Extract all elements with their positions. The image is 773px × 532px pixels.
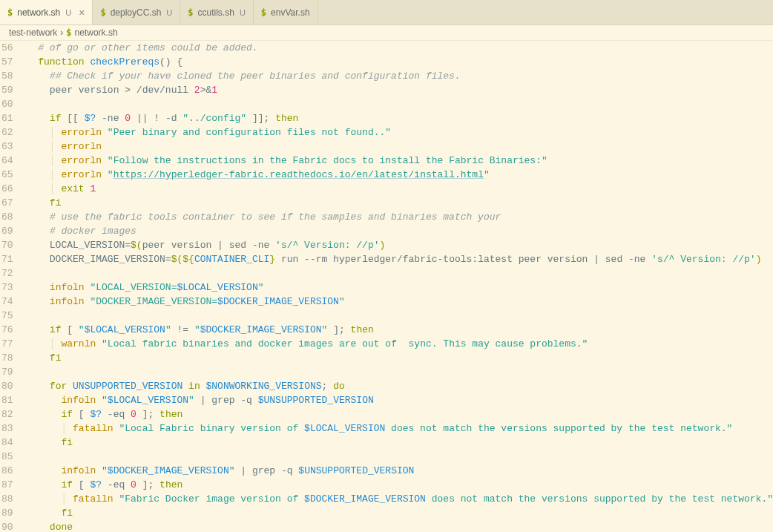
code-line[interactable] [27, 266, 773, 280]
code-line[interactable]: │ errorln "Follow the instructions in th… [27, 154, 773, 168]
line-number: 57 [0, 55, 13, 69]
code-line[interactable]: # of go or other items could be added. [27, 41, 773, 55]
code-content[interactable]: # of go or other items could be added. f… [27, 41, 773, 532]
code-line[interactable]: infoln "DOCKER_IMAGE_VERSION=$DOCKER_IMA… [27, 295, 773, 309]
line-number: 66 [0, 182, 13, 196]
line-number: 67 [0, 196, 13, 210]
editor[interactable]: 5657585960616263646566676869707172737475… [0, 41, 773, 532]
line-number: 79 [0, 365, 13, 379]
code-line[interactable] [27, 450, 773, 464]
code-line[interactable]: │ fatalln "Fabric Docker image version o… [27, 492, 773, 506]
tab-deploycc[interactable]: $ deployCC.sh U [93, 0, 180, 24]
line-number: 56 [0, 41, 13, 55]
code-line[interactable]: │ errorln "https://hyperledger-fabric.re… [27, 168, 773, 182]
line-number: 58 [0, 69, 13, 83]
line-number: 90 [0, 520, 13, 532]
code-line[interactable]: infoln "LOCAL_VERSION=$LOCAL_VERSION" [27, 280, 773, 295]
line-number: 72 [0, 266, 13, 280]
code-line[interactable]: │ errorln [27, 139, 773, 154]
code-line[interactable]: │ fatalln "Local Fabric binary version o… [27, 421, 773, 436]
tab-envvar[interactable]: $ envVar.sh [254, 0, 318, 24]
code-line[interactable]: ## Check if your have cloned the peer bi… [27, 69, 773, 83]
line-number: 70 [0, 238, 13, 252]
breadcrumb-file: network.sh [75, 27, 118, 38]
modified-indicator: U [240, 8, 246, 17]
line-number: 59 [0, 83, 13, 97]
line-number: 82 [0, 407, 13, 421]
line-number: 74 [0, 295, 13, 309]
code-line[interactable]: # docker images [27, 224, 773, 238]
line-number: 87 [0, 478, 13, 492]
code-line[interactable]: # use the fabric tools container to see … [27, 210, 773, 224]
line-number: 60 [0, 97, 13, 111]
line-number: 62 [0, 125, 13, 139]
line-number: 73 [0, 280, 13, 295]
shell-icon: $ [66, 27, 71, 38]
tab-ccutils[interactable]: $ ccutils.sh U [180, 0, 254, 24]
line-number: 85 [0, 450, 13, 464]
code-line[interactable]: fi [27, 196, 773, 210]
line-number: 88 [0, 492, 13, 506]
tab-bar: $ network.sh U × $ deployCC.sh U $ ccuti… [0, 0, 773, 25]
breadcrumb-sep: › [60, 27, 63, 38]
code-line[interactable]: │ errorln "Peer binary and configuration… [27, 125, 773, 139]
line-number: 77 [0, 337, 13, 351]
code-line[interactable]: if [[ $? -ne 0 || ! -d "../config" ]]; t… [27, 111, 773, 125]
tab-label: ccutils.sh [198, 7, 234, 18]
breadcrumb-folder: test-network [9, 27, 57, 38]
code-line[interactable]: peer version > /dev/null 2>&1 [27, 83, 773, 97]
close-icon[interactable]: × [79, 7, 85, 19]
code-line[interactable]: fi [27, 506, 773, 520]
line-number: 81 [0, 393, 13, 407]
shell-icon: $ [100, 7, 105, 18]
line-number: 65 [0, 168, 13, 182]
line-number: 63 [0, 139, 13, 154]
line-number: 83 [0, 421, 13, 436]
line-number: 69 [0, 224, 13, 238]
tab-network[interactable]: $ network.sh U × [0, 0, 93, 24]
tab-label: network.sh [17, 7, 60, 18]
code-line[interactable] [27, 309, 773, 323]
line-number: 71 [0, 252, 13, 266]
code-line[interactable]: if [ $? -eq 0 ]; then [27, 407, 773, 421]
shell-icon: $ [7, 7, 13, 18]
line-number: 64 [0, 154, 13, 168]
line-gutter: 5657585960616263646566676869707172737475… [0, 41, 27, 532]
code-line[interactable]: if [ $? -eq 0 ]; then [27, 478, 773, 492]
code-line[interactable]: function checkPrereqs() { [27, 55, 773, 69]
code-line[interactable]: infoln "$DOCKER_IMAGE_VERSION" | grep -q… [27, 464, 773, 478]
code-line[interactable]: fi [27, 436, 773, 450]
line-number: 61 [0, 111, 13, 125]
tab-label: envVar.sh [271, 7, 309, 18]
line-number: 84 [0, 436, 13, 450]
code-line[interactable]: for UNSUPPORTED_VERSION in $NONWORKING_V… [27, 379, 773, 393]
code-line[interactable]: fi [27, 351, 773, 365]
code-line[interactable] [27, 365, 773, 379]
code-line[interactable]: done [27, 520, 773, 532]
line-number: 89 [0, 506, 13, 520]
code-line[interactable]: if [ "$LOCAL_VERSION" != "$DOCKER_IMAGE_… [27, 323, 773, 337]
modified-indicator: U [65, 8, 71, 17]
modified-indicator: U [166, 8, 172, 17]
line-number: 78 [0, 351, 13, 365]
tab-label: deployCC.sh [111, 7, 162, 18]
line-number: 68 [0, 210, 13, 224]
code-line[interactable]: infoln "$LOCAL_VERSION" | grep -q $UNSUP… [27, 393, 773, 407]
line-number: 86 [0, 464, 13, 478]
code-line[interactable]: DOCKER_IMAGE_VERSION=$(${CONTAINER_CLI} … [27, 252, 773, 266]
shell-icon: $ [188, 7, 193, 18]
code-line[interactable]: │ warnln "Local fabric binaries and dock… [27, 337, 773, 351]
code-line[interactable]: │ exit 1 [27, 182, 773, 196]
line-number: 80 [0, 379, 13, 393]
breadcrumb[interactable]: test-network › $ network.sh [0, 25, 773, 41]
code-line[interactable]: LOCAL_VERSION=$(peer version | sed -ne '… [27, 238, 773, 252]
shell-icon: $ [261, 7, 266, 18]
code-line[interactable] [27, 97, 773, 111]
line-number: 76 [0, 323, 13, 337]
line-number: 75 [0, 309, 13, 323]
